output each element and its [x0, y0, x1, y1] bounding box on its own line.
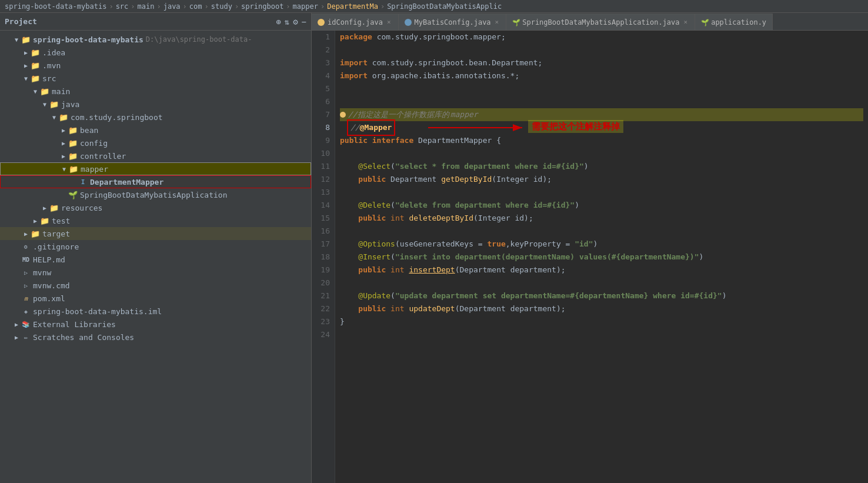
tree-mvnw[interactable]: ▷ mvnw [0, 266, 311, 279]
code-line-24 [340, 328, 863, 341]
expand-arrow-test[interactable]: ▶ [31, 216, 40, 225]
expand-arrow-resources[interactable]: ▶ [40, 203, 49, 212]
main-layout: Project ⊕ ⇅ ⚙ − ▼ 📁 spring-boot-data-myb… [0, 13, 868, 483]
line-numbers: 1 2 3 4 5 6 7 8 9 10 11 12 13 14 15 16 1… [312, 31, 335, 483]
code-line-3: import com.study.springboot.bean.Departm… [340, 56, 863, 69]
expand-arrow-bean[interactable]: ▶ [59, 125, 68, 135]
tree-bean[interactable]: ▶ 📁 bean [0, 124, 311, 136]
hide-icon[interactable]: − [302, 17, 306, 26]
tree-gitignore[interactable]: ⚙ .gitignore [0, 240, 311, 253]
folder-test-icon: 📁 [40, 216, 49, 225]
tab-mybatisconfig[interactable]: MyBatisConfig.java × [399, 14, 507, 30]
tree-department-mapper[interactable]: ▶ I DepartmentMapper [0, 175, 311, 188]
code-editor[interactable]: 1 2 3 4 5 6 7 8 9 10 11 12 13 14 15 16 1… [312, 31, 868, 483]
department-mapper-label: DepartmentMapper [90, 178, 163, 186]
tab-close-idconfig[interactable]: × [386, 18, 392, 26]
tree-idea[interactable]: ▶ 📁 .idea [0, 46, 311, 59]
tree-mvnw-cmd[interactable]: ▷ mvnw.cmd [0, 279, 311, 292]
breadcrumb-com[interactable]: com [189, 2, 202, 11]
expand-arrow-mapper[interactable]: ▼ [59, 164, 69, 174]
expand-arrow-java[interactable]: ▼ [40, 99, 49, 109]
tab-close-mybatisconfig[interactable]: × [494, 18, 500, 26]
code-line-19: public int insertDept(Department departm… [340, 264, 863, 277]
expand-arrow-src[interactable]: ▼ [21, 74, 31, 83]
tree-help-md[interactable]: MD HELP.md [0, 253, 311, 266]
tree-pom-xml[interactable]: m pom.xml [0, 292, 311, 305]
expand-arrow-main[interactable]: ▼ [31, 86, 40, 96]
tree-test[interactable]: ▶ 📁 test [0, 214, 311, 227]
tree-project-root[interactable]: ▼ 📁 spring-boot-data-mybatis D:\java\spr… [0, 33, 311, 46]
breadcrumb-project[interactable]: spring-boot-data-mybatis [5, 2, 106, 11]
tab-idconfig[interactable]: idConfig.java × [312, 14, 399, 30]
tree-springboot-app[interactable]: ▶ 🌱 SpringBootDataMybatisApplication [0, 188, 311, 201]
code-line-22: public int updateDept(Department departm… [340, 302, 863, 315]
folder-resources-icon: 📁 [49, 203, 59, 212]
expand-arrow-idea[interactable]: ▶ [21, 48, 31, 57]
tree-scratches[interactable]: ▶ ✏ Scratches and Consoles [0, 331, 311, 344]
ln-10: 10 [312, 147, 335, 160]
tree-src[interactable]: ▼ 📁 src [0, 72, 311, 85]
tree-main[interactable]: ▼ 📁 main [0, 85, 311, 98]
expand-arrow-config[interactable]: ▶ [59, 138, 68, 148]
gitignore-label: .gitignore [33, 242, 79, 251]
tree-controller[interactable]: ▶ 📁 controller [0, 149, 311, 162]
tree-java[interactable]: ▼ 📁 java [0, 98, 311, 111]
expand-arrow-controller[interactable]: ▶ [59, 151, 68, 161]
tab-label-mybatisconfig: MyBatisConfig.java [415, 18, 491, 26]
tree-iml[interactable]: ◈ spring-boot-data-mybatis.iml [0, 305, 311, 318]
interface-icon: I [78, 177, 88, 186]
bean-label: bean [80, 126, 98, 135]
code-line-8: //@Mapper 需要把这个注解注释掉 [340, 121, 863, 134]
tree-target[interactable]: ▶ 📁 target [0, 227, 311, 240]
code-line-7: //指定这是一个操作数据库的mapper [340, 108, 863, 121]
tree-config[interactable]: ▶ 📁 config [0, 136, 311, 149]
scratches-icon: ✏ [21, 332, 31, 342]
external-libs-label: External Libraries [33, 320, 116, 329]
breadcrumb-main[interactable]: main [138, 2, 155, 11]
breadcrumb-java[interactable]: java [163, 2, 181, 11]
tree-resources[interactable]: ▶ 📁 resources [0, 201, 311, 214]
breadcrumb-study[interactable]: study [211, 2, 232, 11]
iml-icon: ◈ [21, 307, 31, 316]
ln-2: 2 [312, 44, 335, 56]
tree-external-libs[interactable]: ▶ 📚 External Libraries [0, 318, 311, 331]
layout-icon[interactable]: ⇅ [285, 17, 289, 26]
breadcrumb-springboot[interactable]: springboot [241, 2, 283, 11]
ln-3: 3 [312, 56, 335, 69]
test-label: test [52, 216, 70, 225]
code-line-10 [340, 147, 863, 160]
ln-24: 24 [312, 328, 335, 341]
tab-applicationy[interactable]: 🌱 application.y [695, 14, 773, 30]
expand-arrow[interactable]: ▼ [12, 35, 21, 44]
tab-springbootapp[interactable]: 🌱 SpringBootDataMybatisApplication.java … [506, 14, 695, 30]
expand-arrow-mvn[interactable]: ▶ [21, 61, 31, 70]
expand-arrow-package[interactable]: ▼ [49, 112, 59, 122]
settings-icon[interactable]: ⚙ [293, 17, 298, 26]
code-line-21: @Update("update department set departmen… [340, 289, 863, 302]
tree-mvn[interactable]: ▶ 📁 .mvn [0, 59, 311, 72]
folder-idea-icon: 📁 [31, 48, 40, 57]
md-icon: MD [21, 255, 31, 264]
globe-icon[interactable]: ⊕ [276, 17, 281, 26]
ln-13: 13 [312, 186, 335, 199]
scratches-label: Scratches and Consoles [33, 333, 134, 342]
sidebar: Project ⊕ ⇅ ⚙ − ▼ 📁 spring-boot-data-myb… [0, 13, 312, 483]
code-line-14: @Delete("delete from department where id… [340, 199, 863, 212]
ln-20: 20 [312, 277, 335, 289]
breadcrumb-src[interactable]: src [116, 2, 129, 11]
mvnw-label: mvnw [33, 268, 51, 277]
controller-label: controller [80, 152, 126, 161]
mapper-label: mapper [81, 165, 108, 174]
tree-package[interactable]: ▼ 📁 com.study.springboot [0, 111, 311, 124]
expand-arrow-scratches[interactable]: ▶ [12, 332, 21, 342]
ln-5: 5 [312, 82, 335, 95]
expand-arrow-extlibs[interactable]: ▶ [12, 319, 21, 329]
tab-close-springbootapp[interactable]: × [683, 18, 689, 26]
breadcrumb-mapper[interactable]: mapper [293, 2, 318, 11]
tree-mapper[interactable]: ▼ 📁 mapper [0, 162, 311, 175]
breadcrumb-springbootapp[interactable]: SpringBootDataMybatisApplic [387, 2, 502, 11]
breadcrumb-departmentma[interactable]: DepartmentMa [327, 2, 378, 11]
expand-arrow-target[interactable]: ▶ [21, 229, 31, 238]
tab-label-applicationy: application.y [711, 18, 766, 26]
pom-label: pom.xml [33, 294, 65, 303]
